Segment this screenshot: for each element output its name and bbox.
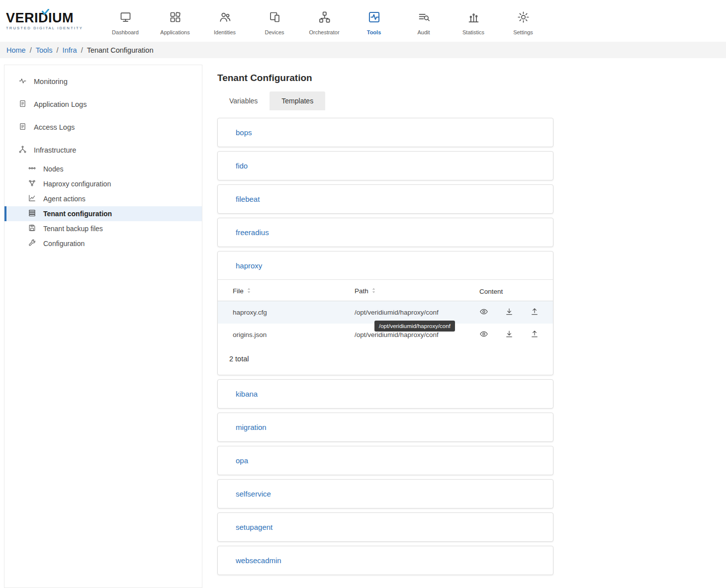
breadcrumb-tools[interactable]: Tools: [36, 46, 53, 54]
column-header-file[interactable]: File: [218, 280, 355, 301]
accordion-selfservice: selfservice: [217, 479, 553, 508]
wrench-icon: [28, 239, 36, 249]
top-navigation: VERIDIUM TRUSTED DIGITAL IDENTITY Dashbo…: [0, 0, 726, 42]
download-icon: [505, 330, 514, 340]
bar-chart-icon: [467, 10, 480, 26]
topnav-item-statistics[interactable]: Statistics: [449, 6, 498, 35]
sidebar-item-label: Tenant configuration: [43, 210, 112, 218]
accordion-freeradius: freeradius: [217, 218, 553, 247]
server-stack-icon: [28, 209, 36, 219]
haproxy-panel: File Path Content: [218, 280, 553, 375]
accordion-haproxy: haproxy File Path: [217, 251, 553, 375]
sidebar: Monitoring Application Logs Access Logs …: [4, 65, 202, 588]
topnav-item-identities[interactable]: Identities: [200, 6, 250, 35]
accordion-header-selfservice[interactable]: selfservice: [218, 480, 553, 508]
upload-button[interactable]: [530, 330, 539, 340]
accordion-header-setupagent[interactable]: setupagent: [218, 513, 553, 541]
accordion-setupagent: setupagent: [217, 512, 553, 542]
accordion-header-freeradius[interactable]: freeradius: [218, 218, 553, 247]
breadcrumb-current: Tenant Configuration: [87, 46, 154, 54]
breadcrumb: Home / Tools / Infra / Tenant Configurat…: [0, 42, 726, 58]
accordion-filebeat: filebeat: [217, 184, 553, 214]
sidebar-group-infrastructure[interactable]: Infrastructure: [4, 139, 202, 162]
accordion-header-migration[interactable]: migration: [218, 413, 553, 441]
accordion-header-kibana[interactable]: kibana: [218, 380, 553, 408]
column-header-path[interactable]: Path: [355, 280, 479, 301]
activity-icon: [18, 77, 27, 86]
check-icon: [42, 8, 49, 17]
veridium-logo[interactable]: VERIDIUM TRUSTED DIGITAL IDENTITY: [6, 11, 90, 30]
sidebar-item-tenant-configuration[interactable]: Tenant configuration: [4, 206, 202, 221]
sort-icon[interactable]: [247, 287, 251, 295]
gear-icon: [517, 10, 530, 26]
sidebar-item-tenant-backup-files[interactable]: Tenant backup files: [4, 221, 202, 236]
page-title: Tenant Configuration: [217, 73, 553, 84]
topnav-item-tools[interactable]: Tools: [349, 6, 399, 35]
file-lines-icon: [18, 122, 27, 132]
sidebar-item-haproxy-configuration[interactable]: Haproxy configuration: [4, 176, 202, 191]
topnav-item-label: Tools: [367, 29, 381, 35]
sidebar-item-nodes[interactable]: Nodes: [4, 162, 202, 176]
tabs: Variables Templates: [217, 91, 553, 110]
breadcrumb-infra[interactable]: Infra: [63, 46, 77, 54]
sidebar-item-label: Monitoring: [34, 78, 68, 85]
topnav-item-applications[interactable]: Applications: [150, 6, 200, 35]
download-button[interactable]: [505, 330, 514, 340]
topnav-item-dashboard[interactable]: Dashboard: [100, 6, 150, 35]
eye-icon: [479, 330, 488, 340]
sidebar-item-configuration[interactable]: Configuration: [4, 236, 202, 251]
topnav-item-devices[interactable]: Devices: [250, 6, 299, 35]
sidebar-item-label: Access Logs: [34, 123, 75, 131]
accordion-opa: opa: [217, 446, 553, 475]
settings-network-icon: [28, 179, 36, 189]
breadcrumb-separator: /: [30, 46, 32, 54]
sort-icon[interactable]: [371, 287, 376, 295]
column-label: Content: [479, 288, 503, 295]
sidebar-item-application-logs[interactable]: Application Logs: [4, 93, 202, 116]
tab-variables[interactable]: Variables: [217, 91, 270, 110]
topnav-item-settings[interactable]: Settings: [498, 6, 548, 35]
topnav-item-label: Statistics: [462, 29, 484, 35]
sidebar-item-label: Tenant backup files: [43, 225, 103, 233]
save-icon: [28, 224, 36, 234]
upload-button[interactable]: [530, 307, 539, 318]
topnav-item-label: Dashboard: [112, 29, 139, 35]
file-cell: origins.json: [218, 324, 355, 346]
view-content-button[interactable]: [479, 330, 488, 340]
sidebar-item-agent-actions[interactable]: Agent actions: [4, 191, 202, 206]
accordion-header-filebeat[interactable]: filebeat: [218, 185, 553, 213]
sidebar-item-label: Configuration: [43, 240, 85, 248]
table-header-row: File Path Content: [218, 280, 553, 301]
tab-templates[interactable]: Templates: [270, 91, 325, 110]
accordion-fido: fido: [217, 151, 553, 180]
accordion-header-websecadmin[interactable]: websecadmin: [218, 546, 553, 575]
file-lines-icon: [18, 99, 27, 109]
sidebar-item-monitoring[interactable]: Monitoring: [4, 70, 202, 93]
accordion-header-bops[interactable]: bops: [218, 118, 553, 147]
users-icon: [218, 10, 232, 26]
download-button[interactable]: [505, 307, 514, 318]
sidebar-item-label: Nodes: [43, 165, 63, 173]
accordion-header-fido[interactable]: fido: [218, 152, 553, 180]
topnav-item-audit[interactable]: Audit: [399, 6, 449, 35]
breadcrumb-separator: /: [57, 46, 59, 54]
devices-icon: [268, 10, 281, 26]
upload-icon: [530, 330, 539, 340]
column-label: Path: [355, 287, 368, 295]
accordion-header-haproxy[interactable]: haproxy: [218, 252, 553, 280]
column-label: File: [233, 287, 244, 295]
main-content: Tenant Configuration Variables Templates…: [217, 63, 553, 588]
file-cell: haproxy.cfg: [218, 301, 355, 324]
sidebar-item-access-logs[interactable]: Access Logs: [4, 116, 202, 139]
monitor-icon: [119, 10, 132, 26]
sidebar-item-label: Application Logs: [34, 100, 87, 108]
templates-accordion-list: bops fido filebeat freeradius haproxy: [217, 118, 553, 588]
sidebar-item-label: Infrastructure: [34, 146, 76, 154]
accordion-header-opa[interactable]: opa: [218, 446, 553, 475]
view-content-button[interactable]: [479, 307, 488, 318]
sidebar-item-label: Agent actions: [43, 195, 86, 203]
topnav-item-orchestrator[interactable]: Orchestrator: [299, 6, 349, 35]
breadcrumb-separator: /: [81, 46, 83, 54]
breadcrumb-home[interactable]: Home: [6, 46, 26, 54]
topnav-items: Dashboard Applications Identities Device…: [100, 6, 548, 35]
